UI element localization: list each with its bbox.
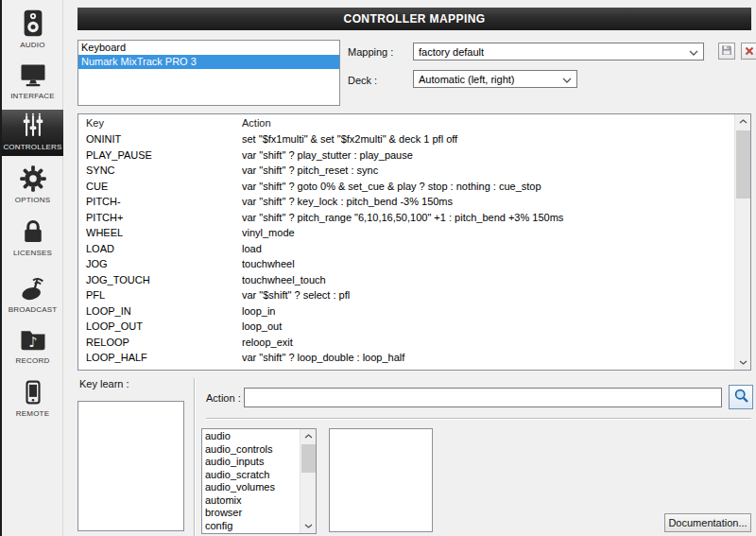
deck-select[interactable]: Automatic (left, right) bbox=[413, 70, 577, 88]
speaker-icon bbox=[19, 8, 47, 40]
mapping-select-value: factory default bbox=[419, 46, 484, 58]
category-list-item[interactable]: controller bbox=[202, 532, 300, 534]
table-row[interactable]: JOG_TOUCHtouchwheel_touch bbox=[78, 272, 734, 288]
save-mapping-button[interactable] bbox=[718, 43, 735, 60]
sidebar-item-options[interactable]: OPTIONS bbox=[2, 163, 63, 210]
delete-x-icon bbox=[745, 43, 754, 60]
column-header-action[interactable]: Action bbox=[242, 114, 734, 131]
cell-key: PITCH- bbox=[78, 194, 242, 210]
lock-icon bbox=[20, 216, 46, 248]
action-sub-list[interactable] bbox=[329, 428, 433, 532]
device-list[interactable]: KeyboardNumark MixTrack PRO 3 bbox=[77, 40, 340, 106]
controller-mapping-window: AUDIOINTERFACECONTROLLERSOPTIONSLICENSES… bbox=[0, 0, 756, 536]
table-row[interactable]: SYNCvar "shift" ? pitch_reset : sync bbox=[78, 163, 734, 179]
key-learn-list[interactable] bbox=[77, 401, 184, 531]
mapping-table-body: Key Action ONINITset "$fx1multi" & set "… bbox=[78, 114, 734, 370]
table-row[interactable]: LOADload bbox=[78, 241, 734, 257]
category-list-item[interactable]: audio_scratch bbox=[202, 469, 300, 482]
cell-key: WHEEL bbox=[78, 225, 242, 241]
save-icon bbox=[721, 43, 732, 60]
cell-action: touchwheel_touch bbox=[242, 272, 734, 288]
scrollbar-thumb[interactable] bbox=[736, 130, 750, 199]
table-row[interactable]: ONINITset "$fx1multi" & set "$fx2multi" … bbox=[78, 131, 734, 147]
table-row[interactable]: PFLvar "$shift" ? select : pfl bbox=[78, 287, 734, 303]
category-scrollbar[interactable] bbox=[300, 429, 316, 533]
scrollbar-thumb[interactable] bbox=[301, 444, 316, 473]
chevron-down-icon bbox=[562, 74, 572, 85]
sidebar-item-record[interactable]: ♪RECORD bbox=[2, 323, 63, 371]
table-row[interactable]: PLAY_PAUSEvar "shift" ? play_stutter : p… bbox=[78, 147, 734, 164]
chevron-down-icon bbox=[689, 46, 698, 58]
cell-action: var "shift" ? pitch_range "6,10,16,50,10… bbox=[242, 210, 734, 226]
category-list-item[interactable]: audio_inputs bbox=[202, 456, 300, 469]
category-list-item[interactable]: config bbox=[202, 520, 300, 533]
table-row[interactable]: LOOP_OUTloop_out bbox=[78, 319, 734, 335]
sidebar-item-label: CONTROLLERS bbox=[3, 143, 61, 151]
cell-key: PFL bbox=[78, 287, 242, 303]
table-row[interactable]: PITCH-var "shift" ? key_lock : pitch_ben… bbox=[78, 194, 734, 210]
sidebar: AUDIOINTERFACECONTROLLERSOPTIONSLICENSES… bbox=[2, 0, 63, 536]
scroll-up-icon[interactable] bbox=[735, 114, 751, 129]
category-list-item[interactable]: automix bbox=[202, 494, 300, 508]
sidebar-item-broadcast[interactable]: BROADCAST bbox=[2, 272, 63, 320]
record-folder-icon: ♪ bbox=[18, 323, 48, 355]
sidebar-item-label: BROADCAST bbox=[9, 305, 58, 314]
sidebar-item-interface[interactable]: INTERFACE bbox=[2, 59, 63, 106]
category-rows: audioaudio_controlsaudio_inputsaudio_scr… bbox=[202, 430, 300, 534]
sidebar-item-licenses[interactable]: LICENSES bbox=[2, 216, 63, 263]
key-learn-label: Key learn : bbox=[79, 378, 129, 389]
sidebar-item-label: REMOTE bbox=[16, 409, 49, 418]
category-list-item[interactable]: audio_volumes bbox=[202, 481, 300, 494]
monitor-icon bbox=[18, 59, 48, 91]
table-row[interactable]: LOOP_INloop_in bbox=[78, 303, 734, 320]
table-row[interactable]: JOGtouchwheel bbox=[78, 256, 734, 272]
cell-action: load bbox=[242, 241, 734, 257]
table-row[interactable]: CUEvar "shift" ? goto 0% & set_cue & pla… bbox=[78, 179, 734, 195]
table-row[interactable]: WHEELvinyl_mode bbox=[78, 225, 734, 241]
table-scrollbar[interactable] bbox=[734, 114, 750, 370]
cell-key: PLAY_PAUSE bbox=[78, 147, 242, 164]
category-list-item[interactable]: audio bbox=[202, 430, 300, 443]
cell-action: loop_out bbox=[242, 319, 734, 335]
documentation-button[interactable]: Documentation... bbox=[664, 513, 751, 532]
table-row[interactable]: PITCH+var "shift" ? pitch_range "6,10,16… bbox=[78, 210, 734, 226]
table-header-row: Key Action bbox=[78, 114, 734, 131]
scroll-down-icon[interactable] bbox=[735, 355, 751, 370]
cell-key: LOOP_OUT bbox=[78, 319, 242, 335]
sidebar-item-label: RECORD bbox=[16, 356, 50, 365]
table-row[interactable]: LOOP_HALFvar "shift" ? loop_double : loo… bbox=[78, 350, 734, 366]
category-list-item[interactable]: browser bbox=[202, 507, 300, 520]
sidebar-item-audio[interactable]: AUDIO bbox=[2, 8, 63, 55]
action-input[interactable] bbox=[244, 388, 722, 407]
page-header: CONTROLLER MAPPING bbox=[77, 8, 751, 30]
delete-mapping-button[interactable] bbox=[741, 43, 756, 60]
action-search-button[interactable] bbox=[729, 385, 753, 409]
mapping-table: Key Action ONINITset "$fx1multi" & set "… bbox=[77, 113, 751, 371]
category-list-item[interactable]: audio_controls bbox=[202, 443, 300, 457]
cell-action: set "$fx1multi" & set "$fx2multi" & deck… bbox=[242, 131, 734, 147]
sidebar-item-remote[interactable]: REMOTE bbox=[2, 376, 63, 424]
broadcast-icon bbox=[18, 272, 48, 304]
cell-action: loop_in bbox=[242, 303, 734, 320]
cell-key: PITCH+ bbox=[78, 210, 242, 226]
table-row[interactable]: RELOOPreloop_exit bbox=[78, 335, 734, 351]
cell-key: JOG bbox=[78, 256, 242, 272]
cell-action: var "shift" ? key_lock : pitch_bend -3% … bbox=[242, 194, 734, 210]
sidebar-item-controllers[interactable]: CONTROLLERS bbox=[2, 110, 63, 156]
cell-key: LOOP_HALF bbox=[78, 350, 242, 366]
gear-icon bbox=[19, 163, 47, 195]
cell-key: SYNC bbox=[78, 163, 242, 179]
cell-key: CUE bbox=[78, 179, 242, 195]
scroll-down-icon[interactable] bbox=[301, 519, 317, 533]
scroll-up-icon[interactable] bbox=[301, 429, 317, 443]
page-title: CONTROLLER MAPPING bbox=[344, 12, 486, 26]
device-list-item[interactable]: Numark MixTrack PRO 3 bbox=[78, 55, 339, 69]
action-category-list[interactable]: audioaudio_controlsaudio_inputsaudio_scr… bbox=[201, 428, 317, 534]
column-header-key[interactable]: Key bbox=[78, 114, 242, 131]
cell-key: RELOOP bbox=[78, 335, 242, 351]
deck-label: Deck : bbox=[348, 75, 377, 86]
table-rows: ONINITset "$fx1multi" & set "$fx2multi" … bbox=[78, 131, 734, 366]
mapping-select[interactable]: factory default bbox=[413, 43, 704, 61]
device-list-item[interactable]: Keyboard bbox=[78, 41, 339, 55]
action-label: Action : bbox=[206, 392, 241, 404]
